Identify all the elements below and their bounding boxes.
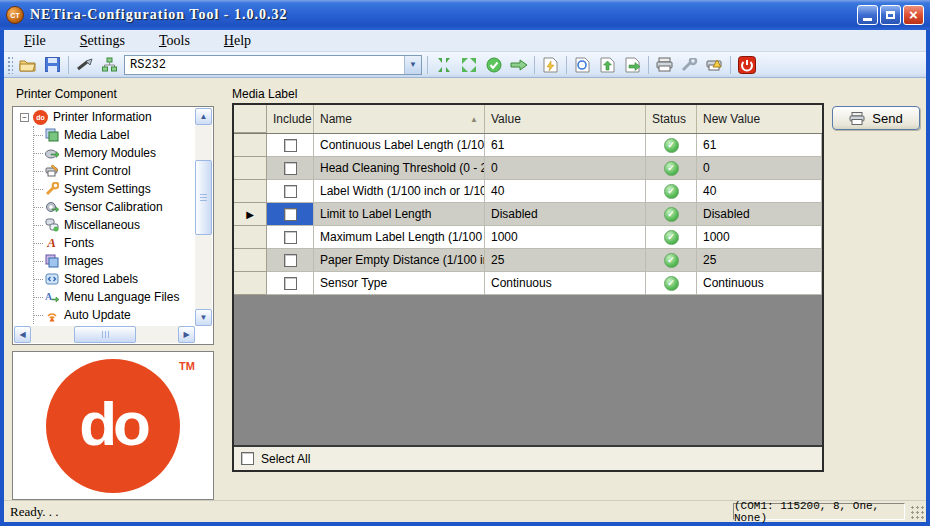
table-row[interactable]: Sensor Type Continuous ✓ Continuous <box>234 272 822 295</box>
column-header-name[interactable]: Name▲ <box>314 105 485 133</box>
upload-document-icon[interactable] <box>596 54 619 75</box>
menu-settings[interactable]: Settings <box>70 32 135 50</box>
send-arrow-icon[interactable] <box>507 54 530 75</box>
new-value-cell[interactable]: 61 <box>697 134 822 157</box>
new-value-cell[interactable]: 40 <box>697 180 822 203</box>
export-document-icon[interactable] <box>621 54 644 75</box>
table-row[interactable]: Label Width (1/100 inch or 1/10 m... 40 … <box>234 180 822 203</box>
tree-node-system-settings[interactable]: System Settings <box>14 180 195 198</box>
tree-node-sensor-calibration[interactable]: Sensor Calibration <box>14 198 195 216</box>
close-button[interactable] <box>903 5 924 25</box>
scroll-up-icon[interactable]: ▲ <box>195 108 212 125</box>
new-value-cell[interactable]: 1000 <box>697 226 822 249</box>
new-value-cell[interactable]: Disabled <box>697 203 822 226</box>
tree-node-images[interactable]: Images <box>14 252 195 270</box>
connection-select[interactable]: RS232 ▼ <box>124 55 422 75</box>
print-icon[interactable] <box>653 54 676 75</box>
value-cell[interactable]: 61 <box>485 134 646 157</box>
network-setup-icon[interactable] <box>98 54 121 75</box>
tree-node-memory-modules[interactable]: Memory Modules <box>14 144 195 162</box>
tree-node-print-control[interactable]: Print Control <box>14 162 195 180</box>
tree-node-stored-labels[interactable]: Stored Labels <box>14 270 195 288</box>
tree-node-fonts[interactable]: A Fonts <box>14 234 195 252</box>
column-header-status[interactable]: Status <box>646 105 697 133</box>
menu-help[interactable]: Help <box>214 32 261 50</box>
name-cell[interactable]: Head Cleaning Threshold (0 - 20... <box>314 157 485 180</box>
new-value-cell[interactable]: Continuous <box>697 272 822 295</box>
resize-grip[interactable] <box>911 504 925 520</box>
expand-arrows-icon[interactable] <box>457 54 480 75</box>
disconnect-power-icon[interactable] <box>735 54 758 75</box>
print-configure-icon[interactable] <box>678 54 701 75</box>
value-cell[interactable]: 1000 <box>485 226 646 249</box>
menu-file[interactable]: File <box>14 32 56 50</box>
new-value-cell[interactable]: 25 <box>697 249 822 272</box>
table-row-selected[interactable]: ▶ Limit to Label Length Disabled ✓ Disab… <box>234 203 822 226</box>
include-checkbox[interactable] <box>284 185 297 198</box>
include-checkbox[interactable] <box>284 254 297 267</box>
table-row[interactable]: Paper Empty Distance (1/100 inc... 25 ✓ … <box>234 249 822 272</box>
value-cell[interactable]: Disabled <box>485 203 646 226</box>
name-cell[interactable]: Paper Empty Distance (1/100 inc... <box>314 249 485 272</box>
menu-tools[interactable]: Tools <box>149 32 200 50</box>
name-cell[interactable]: Maximum Label Length (1/100 in... <box>314 226 485 249</box>
tree-vscroll-thumb[interactable] <box>195 160 212 235</box>
connection-status: (COM1: 115200, 8, One, None) <box>733 503 905 520</box>
include-cell[interactable] <box>267 157 314 180</box>
include-checkbox[interactable] <box>284 277 297 290</box>
fonts-icon: A <box>44 236 59 251</box>
screwdriver-icon[interactable] <box>73 54 96 75</box>
value-cell[interactable]: 40 <box>485 180 646 203</box>
combo-dropdown-button[interactable]: ▼ <box>404 56 421 74</box>
new-value-cell[interactable]: 0 <box>697 157 822 180</box>
name-cell[interactable]: Label Width (1/100 inch or 1/10 m... <box>314 180 485 203</box>
value-cell[interactable]: Continuous <box>485 272 646 295</box>
tree-node-auto-update[interactable]: Auto Update <box>14 306 195 324</box>
maximize-button[interactable] <box>880 5 901 25</box>
collapse-arrows-icon[interactable] <box>432 54 455 75</box>
value-cell[interactable]: 0 <box>485 157 646 180</box>
collapse-expander-icon[interactable]: − <box>20 113 29 122</box>
column-header-value[interactable]: Value <box>485 105 646 133</box>
send-button[interactable]: Send <box>832 106 920 130</box>
include-cell[interactable] <box>267 226 314 249</box>
include-cell-selected[interactable] <box>267 203 314 226</box>
name-cell[interactable]: Sensor Type <box>314 272 485 295</box>
check-circle-icon[interactable] <box>482 54 505 75</box>
name-cell[interactable]: Continuous Label Length (1/100 i... <box>314 134 485 157</box>
include-cell[interactable] <box>267 134 314 157</box>
print-warning-icon[interactable] <box>703 54 726 75</box>
table-row[interactable]: Continuous Label Length (1/100 i... 61 ✓… <box>234 134 822 157</box>
include-checkbox[interactable] <box>284 231 297 244</box>
tree-node-miscellaneous[interactable]: Miscellaneous <box>14 216 195 234</box>
table-row[interactable]: Maximum Label Length (1/100 in... 1000 ✓… <box>234 226 822 249</box>
toolbar-grip[interactable] <box>7 56 13 74</box>
scroll-down-icon[interactable]: ▼ <box>195 309 212 326</box>
table-row[interactable]: Head Cleaning Threshold (0 - 20... 0 ✓ 0 <box>234 157 822 180</box>
scroll-left-icon[interactable]: ◀ <box>14 326 31 343</box>
refresh-document-icon[interactable] <box>571 54 594 75</box>
save-file-icon[interactable] <box>41 54 64 75</box>
value-cell[interactable]: 25 <box>485 249 646 272</box>
tree-node-printer-information[interactable]: − do Printer Information <box>14 108 195 126</box>
tree-vertical-scrollbar[interactable]: ▲ ▼ <box>195 108 212 326</box>
toolbar-separator <box>427 56 428 74</box>
name-cell[interactable]: Limit to Label Length <box>314 203 485 226</box>
tree-node-menu-language-files[interactable]: A Menu Language Files <box>14 288 195 306</box>
open-file-icon[interactable] <box>16 54 39 75</box>
select-all-checkbox[interactable] <box>241 452 254 465</box>
tree-hscroll-thumb[interactable] <box>74 326 136 343</box>
include-checkbox[interactable] <box>284 208 297 221</box>
tree-node-media-label[interactable]: Media Label <box>14 126 195 144</box>
column-header-include[interactable]: Include <box>267 105 314 133</box>
query-document-icon[interactable] <box>539 54 562 75</box>
include-cell[interactable] <box>267 272 314 295</box>
minimize-button[interactable] <box>857 5 878 25</box>
include-checkbox[interactable] <box>284 139 297 152</box>
scroll-right-icon[interactable]: ▶ <box>178 326 195 343</box>
include-cell[interactable] <box>267 249 314 272</box>
tree-horizontal-scrollbar[interactable]: ◀ ▶ <box>14 326 195 343</box>
include-cell[interactable] <box>267 180 314 203</box>
include-checkbox[interactable] <box>284 162 297 175</box>
column-header-new-value[interactable]: New Value <box>697 105 822 133</box>
